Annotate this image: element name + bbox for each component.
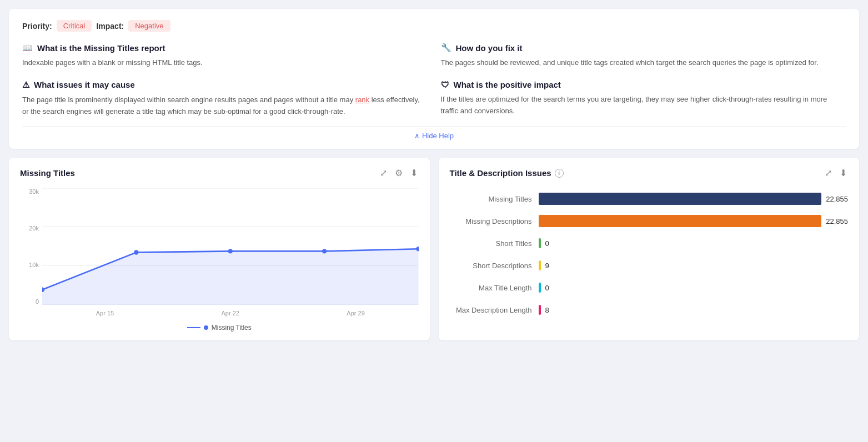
how-fix-section: 🔧 How do you fix it The pages should be … bbox=[441, 43, 846, 69]
bar-label: Missing Titles bbox=[450, 195, 539, 203]
x-label-apr15: Apr 15 bbox=[96, 310, 114, 317]
line-chart-area: 30k 20k 10k 0 bbox=[20, 188, 419, 322]
impact-badge: Negative bbox=[128, 20, 170, 32]
what-is-body: Indexable pages with a blank or missing … bbox=[22, 57, 428, 69]
how-fix-heading: How do you fix it bbox=[456, 43, 523, 53]
bar-chart-area: Missing Titles22,855Missing Descriptions… bbox=[450, 188, 849, 330]
bar-row: Short Titles0 bbox=[450, 237, 849, 249]
chart-svg-wrapper bbox=[42, 188, 419, 305]
info-icon[interactable]: i bbox=[555, 169, 564, 178]
bar-track: 9 bbox=[539, 259, 849, 272]
line-chart-title: Missing Titles bbox=[20, 168, 75, 178]
chevron-up-icon: ∧ bbox=[414, 132, 420, 140]
bar-row: Short Descriptions9 bbox=[450, 259, 849, 272]
bar-row: Max Title Length0 bbox=[450, 282, 849, 294]
svg-marker-4 bbox=[42, 249, 419, 305]
line-chart-header: Missing Titles ⤢ ⚙ ⬇ bbox=[20, 167, 419, 179]
bar-value: 0 bbox=[545, 284, 549, 292]
info-grid: 📖 What is the Missing Titles report Inde… bbox=[22, 43, 846, 117]
bar-value: 8 bbox=[545, 306, 549, 314]
y-label-10k: 10k bbox=[29, 262, 39, 268]
charts-row: Missing Titles ⤢ ⚙ ⬇ 30k 20k 10k 0 bbox=[9, 158, 859, 340]
right-column: 🔧 How do you fix it The pages should be … bbox=[441, 43, 846, 117]
priority-badge: Critical bbox=[57, 20, 92, 32]
bar-fill bbox=[539, 193, 822, 205]
line-chart-actions: ⤢ ⚙ ⬇ bbox=[379, 167, 419, 179]
bar-label: Short Descriptions bbox=[450, 262, 539, 270]
y-label-0: 0 bbox=[36, 298, 39, 305]
bar-label: Missing Descriptions bbox=[450, 217, 539, 225]
what-is-heading: What is the Missing Titles report bbox=[37, 43, 165, 53]
bar-track: 0 bbox=[539, 282, 849, 294]
what-issues-section: ⚠ What issues it may cause The page titl… bbox=[22, 80, 428, 118]
warning-icon: ⚠ bbox=[22, 80, 29, 90]
shield-icon: 🛡 bbox=[441, 80, 449, 89]
bar-value: 9 bbox=[545, 262, 549, 270]
x-label-apr29: Apr 29 bbox=[347, 310, 364, 317]
priority-row: Priority: Critical Impact: Negative bbox=[22, 20, 846, 32]
download-button[interactable]: ⬇ bbox=[409, 167, 419, 179]
left-column: 📖 What is the Missing Titles report Inde… bbox=[22, 43, 428, 117]
bar-track: 22,855 bbox=[539, 193, 849, 205]
svg-point-8 bbox=[322, 249, 327, 254]
expand-button[interactable]: ⤢ bbox=[379, 167, 388, 179]
bar-chart-actions: ⤢ ⬇ bbox=[824, 167, 848, 179]
priority-label: Priority: bbox=[22, 22, 52, 31]
bar-track: 22,855 bbox=[539, 215, 849, 227]
positive-impact-heading: What is the positive impact bbox=[454, 80, 561, 89]
hide-help-button[interactable]: ∧ Hide Help bbox=[414, 132, 454, 140]
book-icon: 📖 bbox=[22, 43, 33, 53]
bar-download-button[interactable]: ⬇ bbox=[839, 167, 848, 179]
positive-impact-body: If the titles are optimized for the sear… bbox=[441, 94, 846, 117]
bar-value: 22,855 bbox=[826, 195, 848, 203]
line-chart-card: Missing Titles ⤢ ⚙ ⬇ 30k 20k 10k 0 bbox=[9, 158, 430, 340]
legend-line bbox=[187, 327, 200, 328]
wrench-icon: 🔧 bbox=[441, 43, 451, 53]
bar-value: 22,855 bbox=[826, 217, 848, 225]
bar-chart-card: Title & Description Issues i ⤢ ⬇ Missing… bbox=[439, 158, 860, 340]
bar-track: 8 bbox=[539, 304, 849, 316]
bar-fill bbox=[539, 215, 822, 227]
x-label-apr22: Apr 22 bbox=[222, 310, 239, 317]
x-axis: Apr 15 Apr 22 Apr 29 bbox=[42, 305, 419, 322]
bar-stub bbox=[539, 283, 541, 293]
bar-label: Short Titles bbox=[450, 239, 539, 248]
bar-row: Missing Titles22,855 bbox=[450, 193, 849, 205]
bar-chart-header: Title & Description Issues i ⤢ ⬇ bbox=[450, 167, 849, 179]
chart-legend: Missing Titles bbox=[20, 324, 419, 332]
settings-button[interactable]: ⚙ bbox=[394, 167, 404, 179]
bar-expand-button[interactable]: ⤢ bbox=[824, 167, 833, 179]
legend-dot bbox=[204, 325, 208, 330]
what-issues-heading: What issues it may cause bbox=[34, 80, 135, 89]
bar-chart-title: Title & Description Issues i bbox=[450, 168, 564, 178]
bar-stub bbox=[539, 260, 541, 270]
bar-label: Max Title Length bbox=[450, 284, 539, 292]
legend-label: Missing Titles bbox=[212, 324, 252, 332]
what-issues-body: The page title is prominently displayed … bbox=[22, 94, 428, 118]
bar-row: Max Description Length8 bbox=[450, 304, 849, 316]
svg-point-7 bbox=[228, 249, 233, 254]
positive-impact-section: 🛡 What is the positive impact If the tit… bbox=[441, 80, 846, 117]
y-label-30k: 30k bbox=[29, 188, 39, 195]
line-chart-svg bbox=[42, 188, 419, 305]
bar-stub bbox=[539, 238, 541, 248]
bar-stub bbox=[539, 305, 541, 315]
what-is-section: 📖 What is the Missing Titles report Inde… bbox=[22, 43, 428, 69]
impact-label: Impact: bbox=[96, 22, 124, 31]
bar-label: Max Description Length bbox=[450, 306, 539, 314]
y-axis: 30k 20k 10k 0 bbox=[20, 188, 42, 305]
bar-track: 0 bbox=[539, 237, 849, 249]
svg-point-6 bbox=[134, 250, 138, 255]
how-fix-body: The pages should be reviewed, and unique… bbox=[441, 57, 846, 69]
info-card: Priority: Critical Impact: Negative 📖 Wh… bbox=[9, 9, 859, 149]
bar-value: 0 bbox=[545, 239, 549, 248]
y-label-20k: 20k bbox=[29, 225, 39, 232]
bar-row: Missing Descriptions22,855 bbox=[450, 215, 849, 227]
hide-help-row: ∧ Hide Help bbox=[22, 126, 846, 140]
